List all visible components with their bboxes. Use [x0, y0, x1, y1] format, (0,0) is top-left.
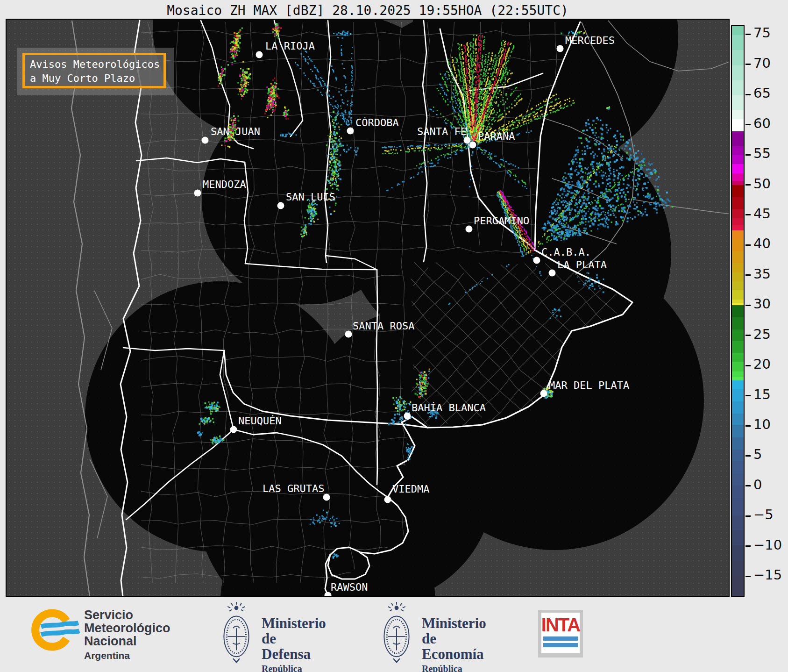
colorbar-tick-label: −10 — [753, 537, 782, 553]
colorbar-tick — [745, 154, 751, 156]
city-label: MENDOZA — [203, 179, 246, 190]
colorbar-tick — [745, 545, 751, 547]
dbz-colorbar — [731, 25, 745, 597]
footer: Servicio Meteorológico Nacional Argentin… — [0, 597, 788, 672]
city-label: NEUQUÉN — [238, 415, 282, 427]
colorbar-tick-label: 60 — [753, 115, 771, 131]
city-dot — [345, 331, 352, 338]
colorbar-tick-label: 15 — [753, 386, 771, 402]
city-label: LA RIOJA — [265, 40, 315, 52]
defensa-line2: de Defensa — [262, 631, 326, 662]
city-dot — [557, 45, 564, 52]
colorbar-tick — [745, 515, 751, 517]
radar-map-canvas: MERCEDESLA RIOJASAN JUANCÓRDOBASANTA FEP… — [7, 20, 729, 596]
colorbar-tick — [745, 184, 751, 186]
colorbar-tick-label: 25 — [753, 326, 771, 342]
colorbar-tick-label: 30 — [753, 296, 771, 312]
colorbar-tick — [745, 274, 751, 276]
colorbar-tick-label: 45 — [753, 206, 771, 222]
inta-logo: INTA — [538, 610, 583, 658]
city-dot — [549, 270, 556, 277]
colorbar-tick-label: −5 — [753, 507, 774, 523]
defensa-line1: Ministerio — [262, 615, 326, 631]
radar-map: MERCEDESLA RIOJASAN JUANCÓRDOBASANTA FEP… — [6, 19, 730, 597]
city-label: SAN JUAN — [211, 126, 260, 137]
city-dot — [323, 494, 330, 501]
city-label: SAN LUIS — [286, 191, 335, 203]
colorbar-tick — [745, 425, 751, 427]
city-label: PERGAMINO — [474, 215, 529, 227]
smn-name-line3: Nacional — [84, 635, 170, 648]
city-dot — [347, 128, 354, 135]
smn-name-line2: Meteorológico — [84, 622, 170, 635]
smn-name-line1: Servicio — [84, 608, 170, 622]
city-dot — [384, 496, 391, 503]
colorbar-tick-label: 55 — [753, 145, 771, 161]
city-dot — [540, 390, 547, 397]
city-dot — [464, 137, 471, 144]
colorbar-tick — [745, 365, 751, 366]
city-label: LA PLATA — [557, 259, 607, 271]
inta-bar-2 — [543, 643, 578, 647]
city-label: C.A.B.A. — [541, 246, 591, 258]
economia-line2: de Economía — [422, 631, 486, 662]
colorbar-tick-label: 50 — [753, 176, 771, 192]
colorbar-tick — [745, 214, 751, 215]
alert-box-backing: Avisos Meteorológicos a Muy Corto Plazo — [17, 48, 174, 95]
alert-line-2: a Muy Corto Plazo — [30, 71, 163, 86]
page-title: Mosaico ZH MAX [dBZ] 28.10.2025 19:55HOA… — [6, 3, 730, 18]
city-label: BAHÍA BLANCA — [412, 402, 486, 414]
colorbar-tick-label: −15 — [753, 567, 782, 583]
argentina-coat-of-arms-icon — [220, 601, 253, 665]
colorbar-tick — [745, 64, 751, 65]
city-dot — [404, 413, 411, 420]
economia-line1: Ministerio — [422, 615, 486, 631]
city-dot — [466, 226, 473, 233]
colorbar-tick — [745, 335, 751, 336]
economia-sub: República Argentina — [422, 664, 486, 672]
city-label: RAWSON — [331, 581, 368, 593]
inta-wordmark: INTA — [541, 615, 580, 634]
colorbar-tick — [745, 305, 751, 306]
alert-line-1: Avisos Meteorológicos — [30, 57, 163, 71]
colorbar-tick-label: 70 — [753, 55, 771, 71]
city-dot — [256, 51, 263, 58]
colorbar-tick — [745, 395, 751, 396]
colorbar-tick — [745, 244, 751, 246]
inta-bar-1 — [543, 636, 578, 641]
colorbar-tick — [745, 455, 751, 457]
smn-logo-icon — [27, 606, 90, 658]
defensa-sub: República Argentina — [262, 664, 326, 672]
city-label: MAR DEL PLATA — [549, 379, 629, 391]
city-label: CÓRDOBA — [355, 117, 399, 129]
colorbar-tick-label: 65 — [753, 85, 771, 101]
city-dot — [533, 257, 540, 264]
alert-box[interactable]: Avisos Meteorológicos a Muy Corto Plazo — [22, 53, 166, 88]
city-label: MERCEDES — [565, 35, 615, 46]
city-dot — [277, 202, 284, 209]
colorbar-tick-label: 10 — [753, 416, 771, 432]
colorbar-tick-label: 75 — [753, 25, 771, 41]
city-label: PARANA — [478, 130, 515, 142]
colorbar-tick-label: 35 — [753, 266, 771, 282]
city-label: SANTA ROSA — [353, 320, 414, 332]
colorbar-tick — [745, 124, 751, 125]
city-label: SANTA FE — [417, 126, 467, 137]
smn-country: Argentina — [84, 649, 170, 662]
city-label: VIEDMA — [392, 483, 429, 495]
city-dot — [230, 426, 237, 433]
colorbar-tick-label: 40 — [753, 236, 771, 252]
city-dot — [194, 190, 201, 197]
colorbar-tick-label: 0 — [753, 477, 762, 493]
smn-logo: Servicio Meteorológico Nacional Argentin… — [27, 606, 90, 660]
colorbar-tick — [745, 485, 751, 486]
colorbar-tick — [745, 34, 751, 35]
city-dot — [202, 137, 209, 144]
colorbar-tick — [745, 576, 751, 577]
argentina-coat-of-arms-icon — [380, 601, 413, 665]
city-label: LAS GRUTAS — [263, 483, 324, 494]
city-dot — [469, 142, 476, 149]
colorbar-tick — [745, 94, 751, 95]
colorbar-tick-label: 5 — [753, 447, 762, 463]
colorbar-tick-label: 20 — [753, 356, 771, 372]
